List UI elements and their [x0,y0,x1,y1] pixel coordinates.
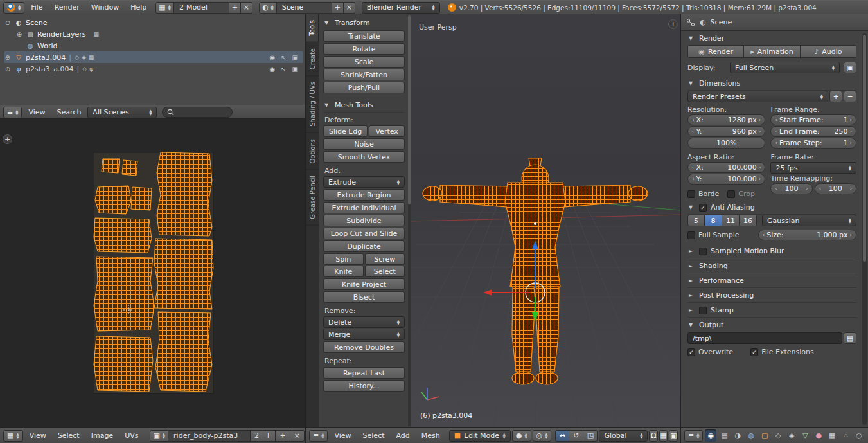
uv-menu-select[interactable]: Select [53,430,85,441]
frame-step-field[interactable]: ‹ Frame Step: 1 › [770,138,856,149]
uv-menu-view[interactable]: View [24,430,51,441]
outliner-editor-selector[interactable]: ≡ ▲▼ [3,107,22,118]
motion-blur-checkbox[interactable]: ✓ [699,248,707,255]
menu-render[interactable]: Render [49,2,85,13]
properties-scrollbar[interactable] [862,33,867,425]
push-pull-button[interactable]: Push/Pull [323,82,405,93]
transform-panel-header[interactable]: ▼ Transform [323,15,405,30]
new-image-button[interactable]: + [276,430,290,442]
outliner-row-world[interactable]: ◍ World [4,40,303,51]
fake-user-button[interactable]: F [263,430,276,442]
region-expand-handle[interactable]: + [668,19,678,29]
resolution-percentage-slider[interactable]: 100% [687,138,765,149]
tab-create[interactable]: Create [306,42,319,76]
uv-menu-uvs[interactable]: UVs [120,430,143,441]
layout-add-button[interactable]: + [229,2,241,14]
extrude-individual-button[interactable]: Extrude Individual [323,202,405,213]
viewport-menu-view[interactable]: View [329,430,356,441]
slide-edge-button[interactable]: Slide Edg [323,125,368,137]
scale-button[interactable]: Scale [323,56,405,68]
merge-dropdown[interactable]: Merge ▲▼ [323,329,405,340]
tab-modifiers[interactable]: ◈ [786,429,797,442]
selectability-toggle-icon[interactable]: ↖ [281,66,286,73]
file-extensions-checkbox[interactable]: ✓ [750,348,758,356]
scene-add-button[interactable]: + [332,2,344,14]
resolution-y-field[interactable]: ‹ Y: 960 px › [687,126,765,137]
opengl-render-button[interactable]: ▣ [669,430,678,442]
mode-dropdown[interactable]: ■ Edit Mode ▲▼ [449,430,511,442]
scene-browse-button[interactable]: ◐ ▲▼ [259,2,277,14]
stamp-checkbox[interactable]: ✓ [699,307,707,314]
stamp-panel-header[interactable]: ► ✓ Stamp [687,303,856,318]
uv-image-editor[interactable]: + [0,119,306,428]
outliner-search-box[interactable] [162,107,233,118]
properties-editor-selector[interactable]: ≡ ▲▼ [684,430,703,442]
tab-texture[interactable]: ▦ [826,429,838,442]
expand-toggle-icon[interactable]: ⊖ [4,19,12,26]
performance-panel-header[interactable]: ► Performance [687,273,856,288]
expand-toggle-icon[interactable]: ⊕ [4,66,12,73]
info-editor-selector[interactable]: ▲▼ [3,2,24,14]
remove-preset-button[interactable]: − [844,91,856,102]
tab-constraints[interactable]: ◇ [772,429,784,442]
output-path-field[interactable]: /tmp\ [687,332,842,344]
orientation-dropdown[interactable]: Global ▲▼ [599,430,648,442]
time-remap-old-field[interactable]: ‹ 100 › [770,183,812,194]
subdivide-button[interactable]: Subdivide [323,215,405,226]
tab-object[interactable]: ▢ [759,429,770,442]
post-processing-panel-header[interactable]: ► Post Processing [687,288,856,303]
dimensions-panel-header[interactable]: ▼ Dimensions [687,76,856,91]
scene-delete-button[interactable]: × [344,2,355,14]
outliner-row-p2sta3-004[interactable]: ⊕ ▽ p2sta3.004 | ◇ ◈ ▦ ◉ ↖ ▣ [4,51,303,63]
overwrite-checkbox[interactable]: ✓ [687,348,695,356]
translate-button[interactable]: Translate [323,30,405,42]
image-users-button[interactable]: 2 [251,430,263,442]
tab-physics[interactable]: ◌ [853,429,865,442]
viewport-canvas[interactable] [411,14,681,428]
region-expand-handle[interactable]: + [3,134,12,144]
full-sample-checkbox[interactable]: ✓ [687,231,695,239]
image-name-field[interactable]: rider_body-p2sta3 [168,430,251,442]
anti-aliasing-panel-header[interactable]: ▼ ✓ Anti-Aliasing [687,200,856,215]
render-animation-button[interactable]: ▸ Animation [744,45,800,58]
outliner-menu-search[interactable]: Search [52,107,87,118]
expand-toggle-icon[interactable]: ⊕ [4,54,12,61]
resolution-x-field[interactable]: ‹ X: 1280 px › [687,114,765,125]
tab-world[interactable]: ◍ [745,429,757,442]
tab-tools[interactable]: Tools [306,14,319,42]
viewport-3d[interactable]: User Persp (6) p2sta3.004 + [411,14,681,428]
uv-menu-image[interactable]: Image [86,430,118,441]
tab-grease-pencil[interactable]: Grease Pencil [306,170,319,226]
tab-material[interactable]: ● [813,429,824,442]
duplicate-button[interactable]: Duplicate [323,240,405,252]
tab-particles[interactable]: ∴ [840,429,851,442]
mesh-tools-panel-header[interactable]: ▼ Mesh Tools [323,98,405,113]
tab-scene[interactable]: ◑ [732,429,743,442]
layout-browse-button[interactable]: ▦ ▲▼ [155,2,174,14]
extrude-dropdown[interactable]: Extrude ▲▼ [323,176,405,188]
history-button[interactable]: History... [323,380,405,392]
render-still-button[interactable]: ◉ Render [687,45,744,58]
extrude-region-button[interactable]: Extrude Region [323,189,405,201]
hide-toggle-icon[interactable]: ◉ [269,54,275,61]
knife-select-button[interactable]: Select [365,266,405,277]
render-audio-button[interactable]: ♪ Audio [801,45,856,58]
outliner-search-input[interactable] [177,109,222,116]
render-presets-dropdown[interactable]: Render Presets ▲▼ [687,91,828,102]
border-checkbox[interactable]: ✓ [687,190,695,198]
aa-size-field[interactable]: ‹ Size: 1.000 px › [758,230,856,240]
menu-file[interactable]: File [26,2,48,13]
aa-samples-11-button[interactable]: 11 [722,215,740,226]
knife-button[interactable]: Knife [323,266,364,277]
menu-window[interactable]: Window [86,2,124,13]
shading-panel-header[interactable]: ► Shading [687,258,856,273]
render-restrict-toggle-icon[interactable]: ▣ [292,54,298,61]
manipulator-scale-button[interactable]: ◳ [583,430,598,442]
add-preset-button[interactable]: + [829,91,842,102]
layout-delete-button[interactable]: × [241,2,252,14]
output-panel-header[interactable]: ▼ Output [687,318,856,332]
manipulator-rotate-button[interactable]: ↺ [569,430,583,442]
menu-help[interactable]: Help [125,2,152,13]
smooth-vertex-button[interactable]: Smooth Vertex [323,151,405,163]
pivot-point-dropdown[interactable]: ◎ ▲▼ [533,430,552,442]
